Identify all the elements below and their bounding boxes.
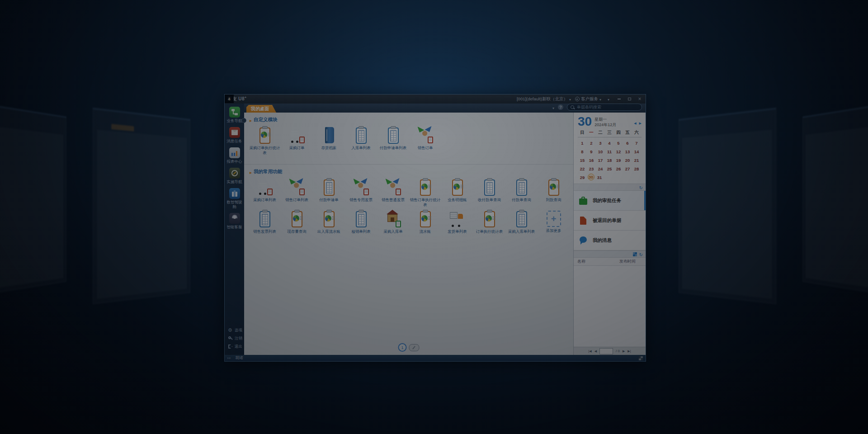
page-1-button[interactable]: 1 — [398, 343, 407, 352]
calendar-date[interactable]: 15 — [578, 156, 587, 165]
calendar-date[interactable]: 13 — [623, 147, 632, 156]
sidebar-item[interactable]: 智能客服 — [225, 213, 244, 229]
desktop-shortcut[interactable]: 采购入库单列表 — [505, 210, 538, 234]
calendar-date[interactable]: 19 — [614, 156, 623, 165]
calendar-prev-icon[interactable] — [634, 118, 636, 126]
desktop-shortcut[interactable]: 采购入库单 — [377, 210, 409, 234]
section-header[interactable]: 我的常用功能 — [244, 165, 573, 177]
desktop-shortcut[interactable]: 流水账 — [409, 210, 441, 234]
prev-page-icon[interactable] — [594, 349, 597, 353]
desktop-shortcut[interactable]: 添加更多 — [538, 210, 570, 234]
desktop-shortcut[interactable]: 付款单查询 — [505, 178, 538, 207]
calendar-next-icon[interactable] — [639, 118, 642, 126]
calendar-date[interactable]: 5 — [614, 139, 623, 147]
help-icon[interactable]: ? — [558, 104, 563, 110]
shortcut-label: 存货档案 — [321, 146, 337, 151]
sidebar-item[interactable]: 数智驾驶舱 — [225, 188, 244, 209]
desktop-shortcut[interactable]: 采购订单 — [281, 126, 313, 155]
sidebar-footer-item[interactable]: 选项 — [228, 328, 244, 333]
refresh-icon[interactable] — [639, 183, 643, 191]
account-selector[interactable]: [001](default)新联（北京） — [517, 96, 571, 102]
desktop-shortcut[interactable]: 销售专用发票 — [345, 178, 377, 207]
search-input[interactable] — [576, 104, 630, 110]
desktop-shortcut[interactable]: 入库单列表 — [345, 126, 377, 155]
desktop-shortcut[interactable]: 存货档案 — [313, 126, 345, 155]
close-button[interactable] — [637, 96, 643, 102]
ribbon-collapse-button[interactable] — [605, 96, 612, 102]
calendar-date[interactable]: 28 — [632, 165, 641, 173]
calendar-date[interactable]: 31 — [595, 173, 604, 182]
sidebar-footer-item[interactable]: 退出 — [228, 344, 244, 349]
sidebar-footer-item[interactable]: 注销 — [228, 336, 244, 341]
sidebar-item[interactable]: 实施导航 — [225, 168, 244, 184]
tab-list-dropdown-icon[interactable] — [552, 103, 554, 111]
desktop-shortcut[interactable]: 采购订单列表 — [249, 178, 281, 207]
calendar-date[interactable]: 9 — [587, 147, 596, 156]
calendar-date[interactable]: 20 — [623, 156, 632, 165]
customer-service-menu[interactable]: 客户服务 — [575, 96, 601, 102]
task-list-item[interactable]: 我的消息 — [574, 231, 646, 250]
refresh-icon[interactable] — [639, 250, 643, 258]
status-bar: 就绪 — [225, 355, 646, 361]
tab-my-desktop[interactable]: 我的桌面 — [246, 105, 276, 113]
section-header[interactable]: 自定义模块 — [244, 113, 573, 125]
page-number-input[interactable] — [599, 348, 613, 354]
calendar-date[interactable]: 14 — [632, 147, 641, 156]
desktop-shortcut[interactable]: 销售普通发票 — [377, 178, 409, 207]
desktop-shortcut[interactable]: 销售订单列表 — [281, 178, 313, 207]
grid-toggle-icon[interactable] — [639, 356, 643, 360]
book-icon — [321, 126, 337, 144]
desktop-shortcut[interactable]: 发货单列表 — [441, 210, 473, 234]
desktop-shortcut[interactable]: 现存量查询 — [281, 210, 313, 234]
calendar-date[interactable]: 27 — [623, 165, 632, 173]
calendar-date[interactable]: 22 — [578, 165, 587, 173]
desktop-shortcut[interactable]: 销售订单 — [409, 126, 441, 155]
desktop-shortcut[interactable]: 付款申请单 — [313, 178, 345, 207]
calendar-date[interactable]: 10 — [596, 147, 605, 156]
desktop-shortcut[interactable]: 到款查询 — [538, 178, 570, 207]
calendar-date[interactable]: 11 — [605, 147, 614, 156]
calendar-date[interactable]: 3 — [596, 139, 605, 147]
calendar-date[interactable]: 2 — [587, 139, 596, 147]
calendar-date[interactable]: 7 — [632, 139, 641, 147]
next-page-icon[interactable] — [623, 349, 625, 353]
calendar-date[interactable]: 23 — [587, 165, 596, 173]
desktop-shortcut[interactable]: 采购订单执行统计表 — [249, 126, 281, 155]
desktop-shortcut[interactable]: 销售发票列表 — [249, 210, 281, 234]
calendar-date[interactable]: 24 — [596, 165, 605, 173]
grid-view-icon[interactable] — [633, 252, 637, 256]
calendar-date[interactable]: 4 — [605, 139, 614, 147]
calendar-date[interactable]: 1 — [578, 139, 587, 147]
task-list-item[interactable]: 被退回的单据 — [574, 211, 646, 231]
desktop-shortcut[interactable]: 收付款单查询 — [473, 178, 505, 207]
calendar-date[interactable]: 21 — [632, 156, 641, 165]
shortcut-label: 采购订单执行统计表 — [249, 146, 281, 155]
calendar-date[interactable]: 18 — [605, 156, 614, 165]
calendar-date[interactable]: 30 — [588, 174, 594, 180]
sidebar-item[interactable]: 消息任务 — [225, 127, 244, 143]
desktop-shortcut[interactable]: 业务明细账 — [441, 178, 473, 207]
desktop-shortcut[interactable]: 订单执行统计表 — [473, 210, 505, 234]
sidebar-item[interactable]: 报表中心 — [225, 147, 244, 164]
calendar-date[interactable]: 6 — [623, 139, 632, 147]
minimize-button[interactable] — [616, 96, 622, 102]
calendar-date[interactable]: 16 — [587, 156, 596, 165]
edit-desktop-button[interactable] — [409, 344, 420, 351]
first-page-icon[interactable] — [588, 349, 591, 353]
desktop-shortcut[interactable]: 付款申请单列表 — [377, 126, 409, 155]
desktop-shortcut[interactable]: 销售订单执行统计表 — [409, 178, 441, 207]
calendar-date[interactable]: 12 — [614, 147, 623, 156]
calendar-date[interactable]: 17 — [596, 156, 605, 165]
calendar-date[interactable]: 8 — [578, 147, 587, 156]
calendar-date[interactable]: 25 — [605, 165, 614, 173]
last-page-icon[interactable] — [627, 349, 631, 353]
desktop-shortcut[interactable]: 核销单列表 — [345, 210, 377, 234]
shortcut-label: 业务明细账 — [448, 198, 467, 203]
calendar-date[interactable]: 29 — [578, 173, 587, 182]
status-collapse-icon[interactable] — [227, 356, 231, 360]
calendar-date[interactable]: 26 — [614, 165, 623, 173]
desktop-shortcut[interactable]: 出入库流水账 — [313, 210, 345, 234]
task-list-item[interactable]: 我的审批任务 — [574, 191, 646, 211]
sidebar-collapse-toggle[interactable] — [241, 118, 246, 123]
maximize-button[interactable] — [626, 96, 632, 102]
